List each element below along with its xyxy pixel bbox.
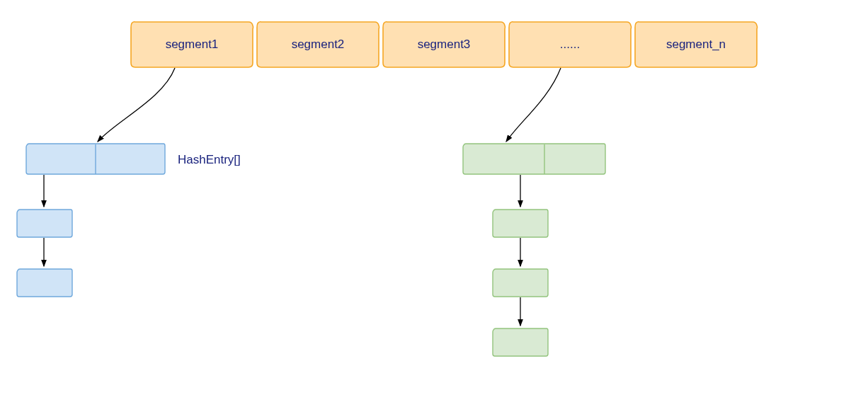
segment-box-3: segment3: [383, 22, 506, 67]
segment-box-1: segment1: [131, 22, 253, 67]
segment-label-1: segment1: [166, 38, 219, 51]
arrow-seg1-to-hashentry: [98, 68, 175, 142]
green-node-3: [493, 328, 548, 356]
arrow-seg4-to-green: [506, 68, 561, 142]
blue-node-2: [17, 269, 72, 297]
hashentry-label: HashEntry[]: [178, 153, 241, 166]
green-node-1: [493, 210, 548, 237]
blue-node-1: [17, 210, 72, 237]
green-node-2: [493, 269, 548, 297]
hashentry-array-green: [463, 144, 605, 174]
segment-box-4: ......: [509, 22, 632, 67]
segment-label-4: ......: [560, 38, 580, 51]
segment-box-2: segment2: [257, 22, 379, 67]
segment-label-3: segment3: [418, 38, 471, 51]
segment-box-5: segment_n: [635, 22, 758, 67]
segment-label-5: segment_n: [666, 38, 726, 51]
hashentry-array-blue: [26, 144, 165, 174]
segment-label-2: segment2: [292, 38, 345, 51]
segment-row: segment1 segment2 segment3 ...... segmen…: [131, 22, 758, 67]
